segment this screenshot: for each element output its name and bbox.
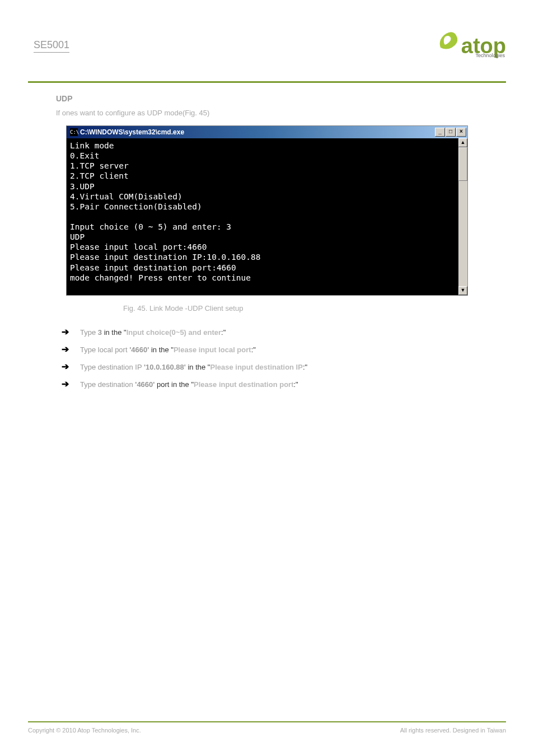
window-title: C:\WINDOWS\system32\cmd.exe [80, 128, 435, 136]
cmd-window: C:\ C:\WINDOWS\system32\cmd.exe _ □ × Li… [66, 125, 468, 296]
page-footer: Copyright © 2010 Atop Technologies, Inc.… [28, 721, 506, 734]
cmd-icon: C:\ [70, 128, 78, 136]
copyright-text: Copyright © 2010 Atop Technologies, Inc. [28, 727, 141, 734]
section-heading: UDP [56, 94, 478, 103]
logo-subtitle: Technologies [475, 53, 505, 58]
instruction-text: Type 3 in the "Input choice(0~5) and ent… [80, 328, 478, 337]
list-item: ➔ Type destination IP '10.0.160.88' in t… [62, 361, 478, 372]
window-controls: _ □ × [435, 128, 466, 137]
instruction-list: ➔ Type 3 in the "Input choice(0~5) and e… [56, 326, 478, 389]
figure-caption: Fig. 45. Link Mode -UDP Client setup [56, 304, 478, 312]
vertical-scrollbar[interactable]: ▲ ▼ [458, 138, 467, 295]
list-item: ➔ Type local port '4660' in the "Please … [62, 344, 478, 354]
brand-logo: atop Technologies [435, 28, 506, 58]
main-content: UDP If ones want to configure as UDP mod… [28, 83, 506, 389]
scroll-up-button[interactable]: ▲ [458, 138, 467, 147]
close-button[interactable]: × [456, 128, 466, 137]
arrow-icon: ➔ [62, 344, 69, 354]
swirl-icon [435, 28, 460, 53]
console-body: Link mode 0.Exit 1.TCP server 2.TCP clie… [67, 138, 467, 295]
console-output: Link mode 0.Exit 1.TCP server 2.TCP clie… [67, 138, 458, 295]
scroll-track[interactable] [458, 147, 467, 286]
minimize-button[interactable]: _ [435, 128, 445, 137]
instruction-text: Type destination IP '10.0.160.88' in the… [80, 363, 478, 371]
scroll-down-button[interactable]: ▼ [458, 286, 467, 295]
arrow-icon: ➔ [62, 326, 69, 337]
instruction-text: Type local port '4660' in the "Please in… [80, 346, 478, 354]
list-item: ➔ Type destination '4660' port in the "P… [62, 379, 478, 389]
arrow-icon: ➔ [62, 361, 69, 372]
page-header: SE5001 atop Technologies [28, 34, 506, 78]
footer-row: Copyright © 2010 Atop Technologies, Inc.… [28, 727, 506, 734]
model-label: SE5001 [34, 39, 69, 53]
scroll-thumb[interactable] [458, 147, 467, 181]
list-item: ➔ Type 3 in the "Input choice(0~5) and e… [62, 326, 478, 337]
title-bar: C:\ C:\WINDOWS\system32\cmd.exe _ □ × [67, 126, 467, 138]
footer-divider [28, 721, 506, 722]
arrow-icon: ➔ [62, 379, 69, 389]
rights-text: All rights reserved. Designed in Taiwan [400, 727, 506, 734]
maximize-button[interactable]: □ [446, 128, 456, 137]
instruction-text: Type destination '4660' port in the "Ple… [80, 380, 478, 389]
intro-text: If ones want to configure as UDP mode(Fi… [56, 109, 478, 117]
